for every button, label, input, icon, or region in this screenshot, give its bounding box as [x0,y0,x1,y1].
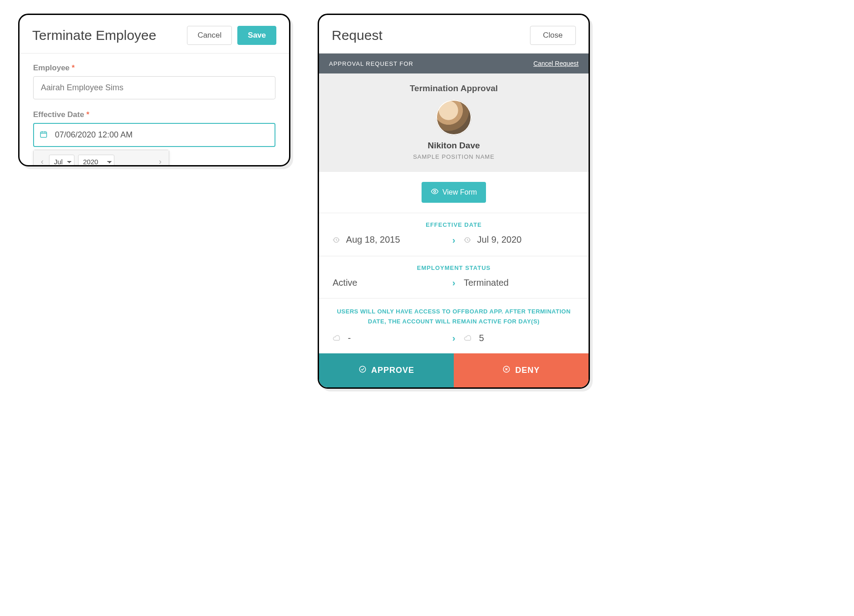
avatar [436,100,471,135]
effective-date-section: EFFECTIVE DATE Aug 18, 2015 › Jul 9, 202… [319,213,589,256]
svg-point-1 [434,191,436,193]
next-month-button[interactable]: › [157,157,163,166]
effective-date-input[interactable] [33,123,275,147]
save-button[interactable]: Save [237,26,276,45]
request-header: Request Close [319,15,589,54]
access-from: - [333,333,444,343]
effective-date-label: Effective Date * [33,110,275,119]
approval-bar: APPROVAL REQUEST FOR Cancel Request [319,54,589,73]
eye-icon [431,187,439,197]
employment-status-section: EMPLOYMENT STATUS Active › Terminated [319,256,589,298]
year-select[interactable]: 2020 [78,155,114,166]
request-panel: Request Close APPROVAL REQUEST FOR Cance… [318,14,590,389]
effective-date-field: App. After termination day(s) ‹ Jul 2020 [33,123,275,147]
check-circle-icon [358,365,367,376]
employee-name: Nikiton Dave [324,141,584,151]
employee-position: SAMPLE POSITION NAME [324,153,584,160]
request-title: Request [332,28,383,43]
clock-icon [333,235,343,245]
cloud-icon [464,333,475,343]
employment-status-to: Terminated [464,278,575,288]
effective-date-from: Aug 18, 2015 [333,235,444,246]
prev-month-button[interactable]: ‹ [39,157,45,166]
approval-bar-label: APPROVAL REQUEST FOR [329,60,413,67]
view-form-button[interactable]: View Form [422,182,486,203]
deny-button[interactable]: DENY [454,353,589,387]
calendar-icon [39,130,48,140]
employment-status-from: Active [333,278,444,288]
cancel-request-link[interactable]: Cancel Request [533,60,579,67]
access-section: USERS WILL ONLY HAVE ACCESS TO OFFBOARD … [319,298,589,353]
employee-input[interactable] [33,76,275,99]
terminate-panel: Terminate Employee Cancel Save Employee … [18,14,290,166]
employee-label: Employee * [33,64,275,73]
chevron-right-icon: › [448,333,459,343]
terminate-header: Terminate Employee Cancel Save [20,15,289,54]
chevron-right-icon: › [448,278,459,288]
svg-rect-0 [40,132,47,137]
close-button[interactable]: Close [530,26,576,45]
approval-type: Termination Approval [324,83,584,93]
approve-button[interactable]: APPROVE [319,353,454,387]
clock-icon [464,235,474,245]
access-note: USERS WILL ONLY HAVE ACCESS TO OFFBOARD … [333,307,575,327]
x-circle-icon [502,365,510,376]
datepicker: ‹ Jul 2020 › SuMoTuWeThFrSa 123456789101… [33,150,169,166]
effective-date-heading: EFFECTIVE DATE [333,221,575,228]
effective-date-to: Jul 9, 2020 [464,235,575,246]
chevron-right-icon: › [448,235,459,245]
cancel-button[interactable]: Cancel [187,26,232,45]
employment-status-heading: EMPLOYMENT STATUS [333,264,575,271]
svg-point-4 [359,366,366,372]
cloud-icon [333,333,344,343]
terminate-title: Terminate Employee [32,28,156,43]
month-select[interactable]: Jul [49,155,74,166]
approval-summary: Termination Approval Nikiton Dave SAMPLE… [319,73,589,172]
access-to: 5 [464,333,575,343]
action-bar: APPROVE DENY [319,353,589,387]
